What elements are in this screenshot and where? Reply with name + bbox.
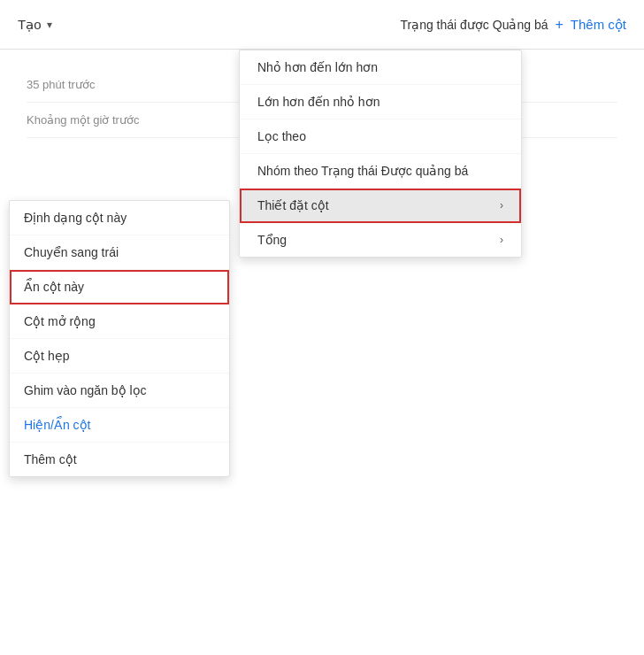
tong-label: Tổng	[257, 233, 287, 247]
thiet-dat-cot-item[interactable]: Thiết đặt cột ›	[240, 189, 521, 223]
them-cot-label: Thêm cột	[24, 452, 77, 466]
tao-label: Tạo	[18, 17, 42, 33]
trang-thai-label: Trạng thái được Quảng bá	[400, 18, 548, 32]
cot-mo-rong-label: Cột mở rộng	[24, 314, 96, 328]
sort-desc-label: Lớn hơn đến nhỏ hơn	[257, 95, 380, 109]
group-by-item[interactable]: Nhóm theo Trạng thái Được quảng bá	[240, 154, 521, 189]
tong-item[interactable]: Tổng ›	[240, 223, 521, 257]
filter-by-item[interactable]: Lọc theo	[240, 119, 521, 154]
dinh-dang-cot-label: Định dạng cột này	[24, 211, 126, 225]
sort-asc-label: Nhỏ hơn đến lớn hơn	[257, 60, 378, 74]
cot-hep-item[interactable]: Cột hẹp	[10, 339, 229, 374]
them-cot-item[interactable]: Thêm cột	[10, 443, 229, 476]
chuyen-sang-trai-label: Chuyển sang trái	[24, 245, 119, 259]
chevron-down-icon: ▾	[47, 19, 52, 31]
an-cot-nay-item[interactable]: Ẩn cột này	[10, 270, 229, 304]
filter-by-label: Lọc theo	[257, 129, 306, 143]
chuyen-sang-trai-item[interactable]: Chuyển sang trái	[10, 235, 229, 270]
them-cot-button[interactable]: Thêm cột	[571, 17, 626, 33]
dropdown-trang-thai: Nhỏ hơn đến lớn hơn Lớn hơn đến nhỏ hơn …	[239, 50, 522, 258]
hien-an-cot-label: Hiện/Ẩn cột	[24, 418, 90, 432]
time-value-1: 35 phút trước	[27, 78, 95, 91]
dropdown-column-context: Định dạng cột này Chuyển sang trái Ẩn cộ…	[9, 200, 230, 477]
ghim-vao-label: Ghim vào ngăn bộ lọc	[24, 383, 147, 397]
cot-mo-rong-item[interactable]: Cột mở rộng	[10, 304, 229, 339]
time-value-2: Khoảng một giờ trước	[27, 113, 139, 127]
hien-an-cot-item[interactable]: Hiện/Ẩn cột	[10, 408, 229, 443]
add-column-plus-icon[interactable]: +	[555, 17, 563, 33]
header-bar: Tạo ▾ Trạng thái được Quảng bá + Thêm cộ…	[0, 0, 644, 50]
sort-asc-item[interactable]: Nhỏ hơn đến lớn hơn	[240, 50, 521, 85]
main-content: 35 phút trước Khoảng một giờ trước Nhỏ h…	[0, 50, 644, 655]
group-by-label: Nhóm theo Trạng thái Được quảng bá	[257, 164, 468, 178]
ghim-vao-item[interactable]: Ghim vào ngăn bộ lọc	[10, 374, 229, 408]
thiet-dat-cot-label: Thiết đặt cột	[257, 198, 329, 212]
chevron-right-icon: ›	[500, 199, 503, 212]
an-cot-nay-label: Ẩn cột này	[24, 280, 84, 294]
tao-button[interactable]: Tạo ▾	[18, 17, 52, 33]
chevron-right-icon: ›	[500, 234, 503, 246]
sort-desc-item[interactable]: Lớn hơn đến nhỏ hơn	[240, 85, 521, 119]
dinh-dang-cot-item[interactable]: Định dạng cột này	[10, 201, 229, 235]
cot-hep-label: Cột hẹp	[24, 349, 69, 363]
header-right: Trạng thái được Quảng bá + Thêm cột	[400, 17, 626, 33]
